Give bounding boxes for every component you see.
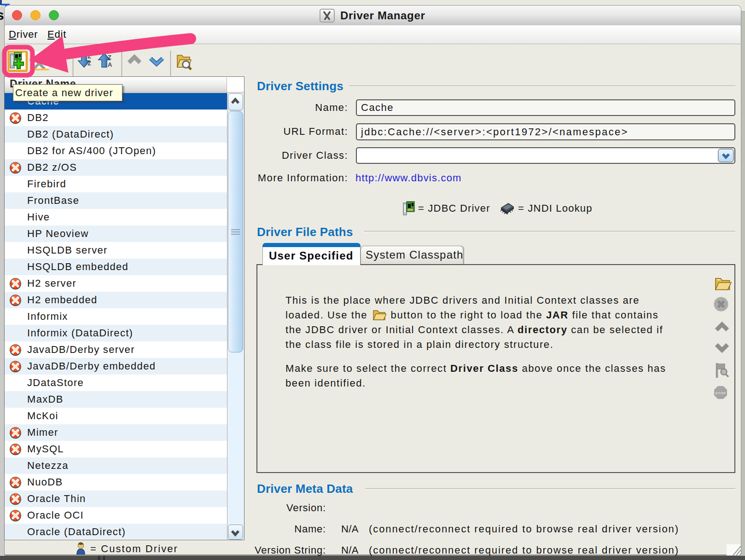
svg-text:STOP: STOP — [715, 391, 726, 395]
